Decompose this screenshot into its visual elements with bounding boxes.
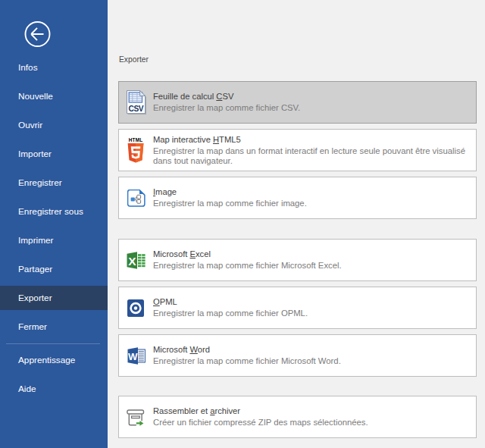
svg-text:X: X [128,255,136,268]
svg-text:W: W [127,351,137,362]
svg-text:HTML: HTML [128,137,142,143]
svg-text:CSV: CSV [129,105,144,113]
